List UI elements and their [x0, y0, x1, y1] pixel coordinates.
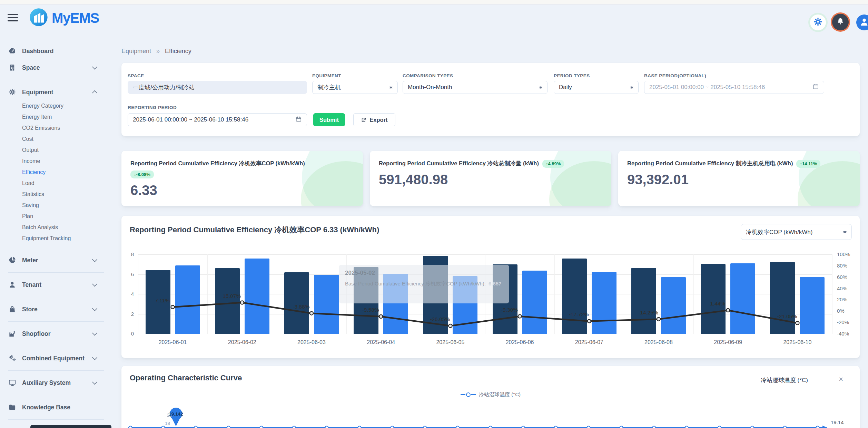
- sidebar-item-label: Combined Equipment: [22, 355, 85, 362]
- x-axis-tick: 2025-06-03: [277, 339, 346, 346]
- calendar-icon: [812, 83, 819, 91]
- myems-logo-icon: [29, 8, 48, 28]
- sidebar-item-equipment[interactable]: Equipment: [0, 84, 111, 100]
- settings-gear-button[interactable]: [810, 14, 826, 30]
- sidebar-item-space[interactable]: Space: [0, 59, 111, 76]
- y-axis-tick: 6: [121, 271, 134, 277]
- breadcrumb: Equipment » Efficiency: [121, 48, 191, 55]
- sidebar-item-energy-item[interactable]: Energy Item: [0, 111, 111, 123]
- sidebar-divider: [8, 346, 104, 346]
- y-axis-right-tick: -40%: [837, 331, 858, 337]
- notifications-bell-button[interactable]: [832, 14, 849, 30]
- myems-efficiency-page: { "navbar": { "brand": "MyEMS", "icons":…: [0, 0, 868, 428]
- sidebar-item-saving[interactable]: Saving: [0, 200, 111, 211]
- hamburger-menu-icon[interactable]: [8, 14, 18, 21]
- y-axis-tick: 8: [121, 251, 134, 257]
- y-axis-tick: 4: [121, 291, 134, 297]
- gear-icon: [813, 17, 823, 28]
- kpi-trend-badge: ↑4.89%: [542, 160, 564, 168]
- kpi-card: Reporting Period Cumulative Efficiency 制…: [618, 151, 860, 206]
- sidebar-item-cost[interactable]: Cost: [0, 134, 111, 145]
- sidebar-item-label: Space: [22, 64, 40, 71]
- sidebar-item-label: Tenant: [22, 281, 41, 289]
- sidebar-item-label: Dashboard: [22, 48, 53, 55]
- sidebar-item-output[interactable]: Output: [0, 145, 111, 156]
- chevron-up-icon: [92, 90, 98, 96]
- monitor-icon: [8, 379, 17, 387]
- sidebar-item-co2-emissions[interactable]: CO2 Emissions: [0, 123, 111, 134]
- curve-y-tick: 18: [165, 421, 170, 426]
- x-axis-tick: 2025-06-10: [763, 339, 832, 346]
- y-axis-right-tick: 0%: [837, 308, 858, 314]
- sidebar-item-dashboard[interactable]: Dashboard: [0, 43, 111, 59]
- y-axis-right-tick: -20%: [837, 319, 858, 325]
- period-types-select[interactable]: Daily: [554, 81, 639, 94]
- y-axis-right-tick: 100%: [837, 251, 858, 257]
- svg-text:-21.05%: -21.05%: [777, 313, 797, 319]
- sidebar-item-batch-analysis[interactable]: Batch Analysis: [0, 222, 111, 233]
- legend-line-icon: [471, 394, 476, 395]
- chart-title: Reporting Period Cumulative Efficiency 冷…: [130, 225, 379, 235]
- sidebar-item-efficiency[interactable]: Efficiency: [0, 167, 111, 178]
- space-input[interactable]: 一度城/公用动力/制冷站: [128, 81, 307, 94]
- sidebar-item-equipment-tracking[interactable]: Equipment Tracking: [0, 233, 111, 244]
- sidebar-item-energy-category[interactable]: Energy Category: [0, 100, 111, 111]
- sidebar-divider: [8, 80, 104, 80]
- chevron-down-icon: [92, 330, 98, 336]
- close-icon[interactable]: ×: [839, 375, 843, 384]
- kpi-title: Reporting Period Cumulative Efficiency 制…: [627, 160, 793, 166]
- legend-line-icon: [461, 394, 465, 395]
- y-axis-tick: 2: [121, 311, 134, 317]
- svg-text:-26.05%: -26.05%: [430, 316, 450, 322]
- sidebar-item-auxiliary-system[interactable]: Auxiliary System: [0, 374, 111, 391]
- svg-text:-9.30%: -9.30%: [501, 307, 518, 313]
- equipment-select[interactable]: 制冷主机: [312, 81, 398, 94]
- curve-y-tick: 21: [167, 412, 172, 418]
- gears-icon: [8, 354, 17, 362]
- sidebar-item-knowledge-base[interactable]: Knowledge Base: [0, 399, 111, 416]
- sidebar-item-label: Shopfloor: [22, 330, 51, 338]
- kpi-title: Reporting Period Cumulative Efficiency 冷…: [130, 160, 305, 166]
- breadcrumb-separator: »: [156, 48, 160, 55]
- curve-parameter-chip[interactable]: 冷站湿球温度 (°C): [761, 376, 808, 384]
- submit-button[interactable]: Submit: [313, 113, 345, 126]
- reporting-period-input[interactable]: 2025-06-01 00:00:00 ~ 2025-06-10 15:58:4…: [128, 113, 307, 126]
- export-icon: [361, 117, 367, 123]
- base-period-input[interactable]: 2025-05-01 00:00:00 ~ 2025-05-10 15:58:4…: [644, 81, 824, 94]
- sidebar-item-statistics[interactable]: Statistics: [0, 189, 111, 200]
- kpi-value: 93,392.01: [627, 172, 851, 187]
- sidebar-item-store[interactable]: Store: [0, 301, 111, 318]
- reporting-period-label: REPORTING PERIOD: [128, 105, 177, 110]
- bell-icon: [836, 17, 845, 27]
- sidebar-divider: [8, 419, 104, 420]
- sidebar-divider: [8, 395, 104, 395]
- base-period-label: BASE PERIOD(OPTIONAL): [644, 73, 706, 78]
- comparison-types-select[interactable]: Month-On-Month: [403, 81, 548, 94]
- sidebar-divider: [8, 248, 104, 248]
- brand-logo[interactable]: MyEMS: [29, 8, 99, 28]
- sidebar-item-tenant[interactable]: Tenant: [0, 276, 111, 293]
- svg-text:7.11%: 7.11%: [155, 298, 170, 303]
- y-axis-tick: 0: [121, 331, 134, 337]
- breadcrumb-parent[interactable]: Equipment: [121, 48, 151, 55]
- sidebar-item-income[interactable]: Income: [0, 156, 111, 167]
- sidebar-item-combined-equipment[interactable]: Combined Equipment: [0, 350, 111, 367]
- calendar-icon: [295, 116, 302, 124]
- svg-text:-17.72%: -17.72%: [569, 311, 589, 317]
- y-axis-right-tick: 80%: [837, 263, 858, 269]
- curve-legend[interactable]: 冷站湿球温度 (°C): [121, 391, 860, 398]
- sidebar-item-shopfloor[interactable]: Shopfloor: [0, 325, 111, 342]
- bar-line-chart-plot: 86420100%80%60%40%20%0%-20%-40%2025-06-0…: [138, 254, 832, 334]
- user-avatar[interactable]: [856, 14, 868, 30]
- select-caret-icon: [539, 85, 542, 90]
- x-axis-tick: 2025-06-06: [485, 339, 554, 346]
- gridline: [832, 254, 832, 334]
- parameter-select[interactable]: 冷机效率COP (kWh/kWh): [741, 224, 852, 240]
- building-icon: [8, 64, 17, 72]
- x-axis-tick: 2025-06-02: [207, 339, 277, 346]
- export-button[interactable]: Export: [353, 113, 395, 126]
- sidebar-item-meter[interactable]: Meter: [0, 252, 111, 269]
- user-avatar-icon: [859, 17, 868, 28]
- sidebar-item-plan[interactable]: Plan: [0, 211, 111, 222]
- sidebar-item-load[interactable]: Load: [0, 178, 111, 189]
